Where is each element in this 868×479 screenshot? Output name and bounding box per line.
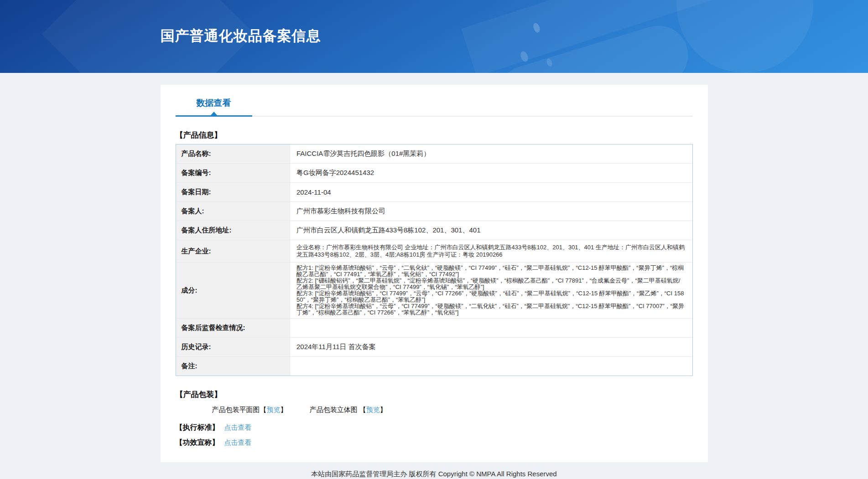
page-header: 国产普通化妆品备案信息 (0, 0, 868, 73)
page-footer: 本站由国家药品监督管理局主办 版权所有 Copyright © NMPA All… (0, 470, 868, 479)
page-title: 国产普通化妆品备案信息 (161, 0, 708, 46)
section-product-package-label: 【产品包装】 (176, 389, 693, 400)
row-value (290, 357, 692, 376)
exec-standard-view-link[interactable]: 点击查看 (224, 423, 252, 431)
formula-line: 配方2: [“硼硅酸铝钙”，“聚二甲基硅氧烷”，“淀粉辛烯基琥珀酸铝”，“硬脂酸… (296, 278, 686, 290)
table-row-filer-address: 备案人住所地址: 广州市白云区人和镇鹤龙五路433号8栋102、201、301、… (176, 221, 692, 240)
table-row-remarks: 备注: (176, 357, 692, 376)
table-row-product-name: 产品名称: FAICCIA霏汐莫吉托四色眼影（01#黑茉莉） (176, 144, 692, 164)
bracket-close: 】 (380, 406, 387, 413)
bracket-open: 【 (260, 406, 267, 413)
exec-standard-row: 【执行标准】点击查看 (176, 423, 693, 433)
row-value: 2024-11-04 (290, 183, 692, 202)
row-label: 备案后监督检查情况: (176, 319, 290, 338)
copyright-text: 本站由国家药品监督管理局主办 版权所有 Copyright © NMPA All… (0, 470, 868, 479)
package-stereo-label: 产品包装立体图 (310, 406, 358, 413)
package-links-row: 产品包装平面图【预览】 产品包装立体图 【预览】 (212, 406, 693, 414)
package-stereo-group: 产品包装立体图 【预览】 (310, 406, 387, 414)
page: 国产普通化妆品备案信息 数据查看 【产品信息】 产品名称: FAICCIA霏汐莫… (0, 0, 868, 479)
row-label: 备案日期: (176, 183, 290, 202)
row-value: 2024年11月11日 首次备案 (290, 338, 692, 357)
table-row-filing-date: 备案日期: 2024-11-04 (176, 183, 692, 202)
formula-line: 配方4: [“淀粉辛烯基琥珀酸铝”，“云母”，“CI 77499”，“硬脂酸镁”… (296, 303, 686, 316)
row-value: 广州市白云区人和镇鹤龙五路433号8栋102、201、301、401 (290, 221, 692, 240)
row-value: 粤G妆网备字2024451432 (290, 164, 692, 183)
table-row-supervision: 备案后监督检查情况: (176, 319, 692, 338)
row-label: 生产企业: (176, 240, 290, 263)
efficacy-claim-view-link[interactable]: 点击查看 (224, 438, 252, 446)
exec-standard-label: 【执行标准】 (176, 423, 219, 431)
table-row-filer: 备案人: 广州市慕彩生物科技有限公司 (176, 202, 692, 221)
bracket-close: 】 (281, 406, 287, 413)
row-value (290, 319, 692, 338)
content-card: 数据查看 【产品信息】 产品名称: FAICCIA霏汐莫吉托四色眼影（01#黑茉… (161, 85, 708, 462)
row-label: 备案编号: (176, 164, 290, 183)
tab-bar: 数据查看 (176, 91, 693, 117)
package-flat-group: 产品包装平面图【预览】 (212, 406, 287, 414)
preview-stereo-link[interactable]: 预览 (366, 406, 380, 413)
table-row-manufacturer: 生产企业: 企业名称：广州市慕彩生物科技有限公司 企业地址：广州市白云区人和镇鹤… (176, 240, 692, 263)
product-info-table: 产品名称: FAICCIA霏汐莫吉托四色眼影（01#黑茉莉） 备案编号: 粤G妆… (176, 144, 693, 376)
efficacy-claim-row: 【功效宣称】点击查看 (176, 438, 693, 448)
table-row-history: 历史记录: 2024年11月11日 首次备案 (176, 338, 692, 357)
row-value: FAICCIA霏汐莫吉托四色眼影（01#黑茉莉） (290, 144, 692, 164)
row-value: 企业名称：广州市慕彩生物科技有限公司 企业地址：广州市白云区人和镇鹤龙五路433… (290, 240, 692, 263)
row-value: 广州市慕彩生物科技有限公司 (290, 202, 692, 221)
row-value: 配方1: [“淀粉辛烯基琥珀酸铝”，“云母”，“二氧化钛”，“硬脂酸镁”，“CI… (290, 263, 692, 319)
bracket-open: 【 (359, 406, 366, 413)
preview-flat-link[interactable]: 预览 (267, 406, 281, 413)
row-label: 备案人住所地址: (176, 221, 290, 240)
row-label: 产品名称: (176, 144, 290, 164)
row-label: 历史记录: (176, 338, 290, 357)
row-label: 成分: (176, 263, 290, 319)
table-row-ingredients: 成分: 配方1: [“淀粉辛烯基琥珀酸铝”，“云母”，“二氧化钛”，“硬脂酸镁”… (176, 263, 692, 319)
tab-data-view[interactable]: 数据查看 (176, 91, 252, 117)
section-product-info-label: 【产品信息】 (176, 130, 693, 140)
row-label: 备案人: (176, 202, 290, 221)
row-label: 备注: (176, 357, 290, 376)
package-flat-label: 产品包装平面图 (212, 406, 260, 413)
table-row-filing-number: 备案编号: 粤G妆网备字2024451432 (176, 164, 692, 183)
formula-line: 配方3: [“淀粉辛烯基琥珀酸铝”，“CI 77499”，“云母”，“CI 77… (296, 290, 686, 303)
formula-line: 配方1: [“淀粉辛烯基琥珀酸铝”，“云母”，“二氧化钛”，“硬脂酸镁”，“CI… (296, 265, 686, 278)
efficacy-claim-label: 【功效宣称】 (176, 438, 219, 446)
